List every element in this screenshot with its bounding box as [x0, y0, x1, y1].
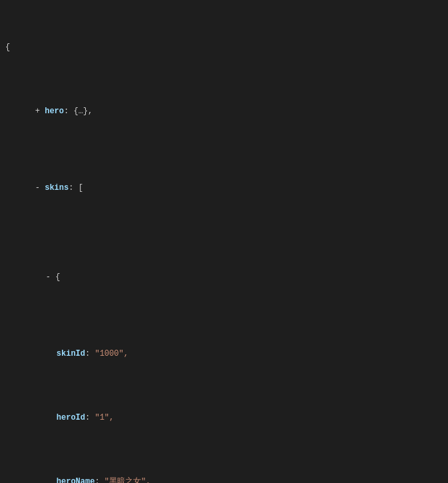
root-open-line: {: [5, 41, 443, 54]
skin1-heroName: heroName: "黑暗之女",: [5, 463, 443, 483]
skin1-open-line: - {: [5, 258, 443, 297]
skin1-collapse-icon[interactable]: -: [46, 272, 55, 282]
skins-line: - skins: [: [5, 169, 443, 207]
hero-collapse-icon[interactable]: +: [35, 107, 45, 116]
skins-collapse-icon[interactable]: -: [35, 183, 45, 193]
hero-line: + hero: {…},: [5, 92, 443, 131]
skin1-heroId: heroId: "1",: [5, 399, 443, 438]
json-viewer: { + hero: {…}, - skins: [ - { skinId: "1…: [0, 0, 448, 483]
skin1-skinId: skinId: "1000",: [5, 335, 443, 374]
